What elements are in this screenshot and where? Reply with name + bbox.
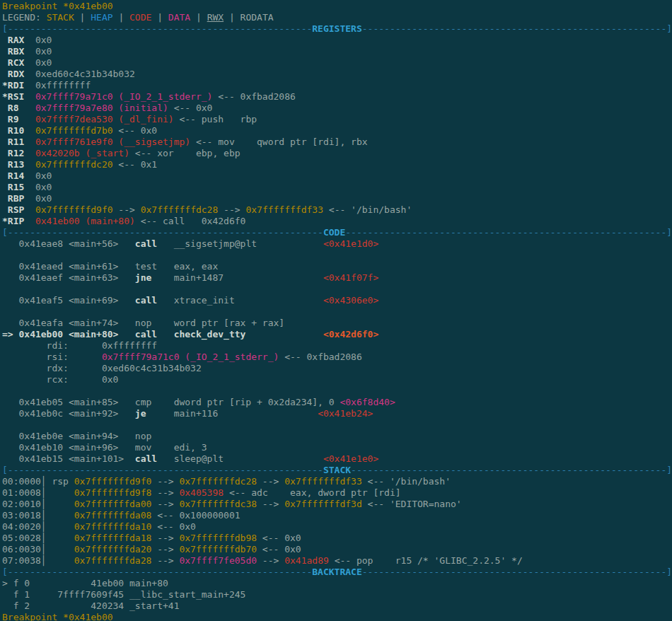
text-segment: --> — [151, 555, 179, 566]
section-separator-code: [---------------------------------------… — [2, 227, 672, 238]
text-segment: DATA — [168, 12, 190, 23]
text-segment: <-- 0xfbad2086 — [212, 91, 295, 102]
text-segment: 0x0 — [35, 35, 52, 45]
breakpoint-banner-top: Breakpoint *0x41eb00 — [2, 1, 672, 12]
text-segment: 0x41eb05 <main+85> cmp dword ptr [rip + … — [2, 397, 340, 407]
text-segment: 06:0030│ — [2, 544, 74, 555]
text-segment: 0x7fffffffdc28 — [141, 204, 219, 215]
code-arg-rdx: rdx: 0xed60c4c31b34b032 — [2, 363, 672, 374]
text-segment: 0x41eb10 <main+96> mov edi, 3 — [2, 442, 207, 453]
text-segment: xtrace_init — [157, 295, 323, 306]
register-row-rcx: RCX 0x0 — [2, 57, 672, 69]
blank — [2, 306, 8, 317]
register-row-r13: R13 0x7fffffffdc20 <-- 0x1 — [2, 159, 672, 170]
text-segment: 0x7fffffffdb98 — [179, 533, 257, 543]
blank — [2, 250, 8, 260]
text-segment: call — [135, 453, 157, 464]
register-row-rsi: *RSI 0x7ffff79a71c0 (_IO_2_1_stderr_) <-… — [2, 91, 672, 103]
text-segment: <0x41f07f> — [323, 272, 378, 283]
text-segment: call — [135, 295, 157, 306]
text-segment: 0x7fffffffdc20 — [35, 159, 113, 170]
text-segment: R8 — [2, 103, 35, 113]
section-separator-registers: [---------------------------------------… — [2, 23, 672, 35]
text-segment: 0x0 — [35, 170, 52, 181]
text-segment: <-- adc eax, dword ptr [rdi] — [224, 487, 400, 498]
text-segment: 0x7fffffffdc38 — [179, 499, 257, 509]
text-segment: RCX — [2, 57, 35, 68]
text-segment: <-- 0x1 — [113, 159, 158, 170]
separator-title: REGISTERS — [312, 23, 361, 34]
text-segment: <0x4306e0> — [323, 295, 378, 306]
text-segment: R11 — [2, 137, 35, 147]
text-segment: | — [151, 12, 168, 23]
text-segment: 0x0 — [35, 46, 52, 57]
text-segment: RBP — [2, 193, 35, 204]
terminal-screen[interactable]: Breakpoint *0x41eb00LEGEND: STACK | HEAP… — [0, 0, 672, 621]
text-segment: Breakpoint *0x41eb00 — [2, 612, 113, 621]
text-segment: LEGEND: — [2, 12, 47, 23]
breakpoint-banner-bottom: Breakpoint *0x41eb00 — [2, 612, 672, 621]
text-segment: R12 — [2, 148, 35, 158]
text-segment: 0x41eaef <main+63> — [2, 272, 135, 283]
text-segment: RWX — [207, 12, 224, 23]
code-arg-rdi: rdi: 0xffffffff — [2, 340, 672, 352]
blank — [2, 385, 8, 396]
text-segment: main+116 — [146, 408, 318, 419]
text-segment: __sigsetjmp@plt — [157, 238, 323, 249]
backtrace-frame-2: f 2 420234 _start+41 — [2, 600, 672, 612]
text-segment: 0x41eafa <main+74> nop word ptr [rax + r… — [2, 318, 284, 328]
stack-row-03: 03:0018│ 0x7fffffffda08 <-- 0x100000001 — [2, 510, 672, 521]
code-line-41eb10: 0x41eb10 <main+96> mov edi, 3 — [2, 442, 672, 453]
text-segment: <-- 0xfbad2086 — [279, 352, 361, 362]
register-row-r11: R11 0x7ffff761e9f0 (__sigsetjmp) <-- mov… — [2, 137, 672, 148]
text-segment: --> — [151, 487, 179, 498]
text-segment: <0x41e1d0> — [323, 238, 378, 249]
text-segment: <0x6f8d40> — [340, 397, 395, 407]
backtrace-frame-0: > f 0 41eb00 main+80 — [2, 578, 672, 589]
text-segment: 0x7fffffffda18 — [74, 533, 152, 543]
code-arg-rcx: rcx: 0x0 — [2, 374, 672, 385]
text-segment: *RDI — [2, 80, 35, 91]
text-segment: --> — [257, 499, 284, 509]
text-segment: RODATA — [241, 12, 274, 23]
text-segment: 0x7fffffffda20 — [74, 544, 152, 555]
code-line-41eaef: 0x41eaef <main+63> jne main+1487 <0x41f0… — [2, 272, 672, 284]
text-segment: rdx: 0xed60c4c31b34b032 — [2, 363, 202, 373]
text-segment: RDX — [2, 69, 35, 79]
text-segment: 0x7ffff79a71c0 (_IO_2_1_stderr_) — [102, 352, 279, 362]
code-line-41eae8: 0x41eae8 <main+56> call __sigsetjmp@plt … — [2, 238, 672, 250]
code-line-41eb15: 0x41eb15 <main+101> call sleep@plt <0x41… — [2, 453, 672, 465]
text-segment: sleep@plt — [157, 453, 323, 464]
code-line-41eafa: 0x41eafa <main+74> nop word ptr [rax + r… — [2, 318, 672, 329]
text-segment: <0x41e1e0> — [323, 453, 378, 464]
text-segment: | — [224, 12, 240, 23]
text-segment: <0x42d6f0> — [323, 329, 378, 339]
separator-dashes: ----------------------------------------… — [345, 227, 672, 238]
text-segment: 0x41eb0e <main+94> nop — [2, 431, 151, 441]
text-segment: HEAP — [91, 12, 112, 23]
code-line-current-41eb00: => 0x41eb00 <main+80> call check_dev_tty… — [2, 329, 672, 340]
text-segment: R13 — [2, 159, 35, 170]
text-segment: 0x7fffffffda28 — [74, 555, 152, 566]
text-segment: 0x7ffff7fe05d0 — [179, 555, 257, 566]
text-segment: 0x7fffffffdf33 — [245, 204, 323, 215]
text-segment: 0x7ffff79a7e80 (initial) — [35, 103, 168, 113]
backtrace-frame-1: f 1 7ffff7609f45 __libc_start_main+245 — [2, 589, 672, 600]
stack-row-04: 04:0020│ 0x7fffffffda10 <-- 0x0 — [2, 521, 672, 533]
text-segment: --> — [151, 476, 179, 487]
text-segment: <-- 0x0 — [257, 533, 301, 543]
blank-line — [2, 419, 672, 431]
blank-line — [2, 306, 672, 318]
text-segment: RAX — [2, 35, 35, 45]
text-segment: --> — [257, 476, 284, 487]
text-segment: 0x41eaf5 <main+69> — [2, 295, 135, 306]
blank — [2, 419, 8, 430]
separator-title: CODE — [323, 227, 345, 238]
text-segment: *RSI — [2, 91, 35, 102]
text-segment: | — [113, 12, 129, 23]
text-segment: CODE — [129, 12, 151, 23]
text-segment: <0x41eb24> — [318, 408, 373, 419]
text-segment: call — [135, 238, 157, 249]
text-segment: jne — [135, 272, 151, 283]
blank — [2, 284, 8, 294]
